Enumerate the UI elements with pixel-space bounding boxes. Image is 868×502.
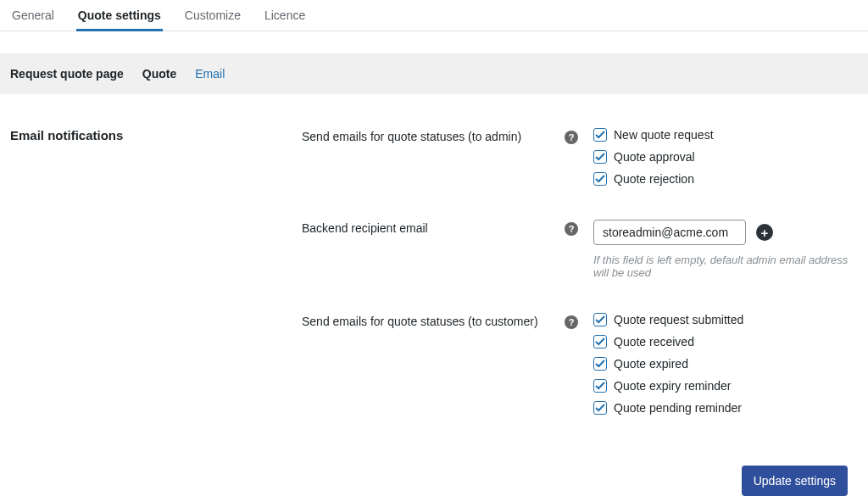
check-label: Quote rejection (614, 172, 694, 186)
top-tabs: General Quote settings Customize Licence (0, 0, 868, 31)
check-label: Quote expiry reminder (614, 379, 732, 393)
subtab-email[interactable]: Email (195, 67, 225, 81)
check-label: New quote request (614, 128, 714, 142)
check-label: Quote received (614, 335, 694, 349)
row-backend-email: Backend recipient email ? + If this fiel… (10, 220, 858, 279)
subtab-request-quote-page[interactable]: Request quote page (10, 67, 124, 81)
footer: Update settings (0, 466, 868, 502)
customer-checklist: Quote request submitted Quote received Q… (593, 313, 858, 415)
label-backend-email: Backend recipient email (302, 220, 565, 235)
row-admin-statuses: Email notifications Send emails for quot… (10, 128, 858, 186)
check-quote-received: Quote received (593, 335, 858, 349)
help-icon[interactable]: ? (565, 315, 578, 329)
checkbox-quote-expired[interactable] (593, 357, 607, 371)
check-label: Quote approval (614, 150, 695, 164)
section-title: Email notifications (10, 128, 302, 142)
help-icon[interactable]: ? (565, 131, 578, 144)
checkbox-quote-approval[interactable] (593, 150, 607, 164)
row-customer-statuses: Send emails for quote statuses (to custo… (10, 313, 858, 415)
checkbox-pending-reminder[interactable] (593, 401, 607, 415)
checkbox-expiry-reminder[interactable] (593, 379, 607, 393)
add-email-button[interactable]: + (756, 224, 773, 241)
check-icon (595, 130, 605, 140)
check-label: Quote expired (614, 357, 688, 371)
check-icon (595, 337, 605, 347)
update-settings-button[interactable]: Update settings (742, 466, 848, 496)
backend-email-controls: + (593, 220, 858, 245)
label-customer-statuses: Send emails for quote statuses (to custo… (302, 313, 565, 328)
tab-licence[interactable]: Licence (263, 8, 307, 31)
check-new-quote-request: New quote request (593, 128, 858, 142)
checkbox-quote-submitted[interactable] (593, 313, 607, 326)
check-quote-submitted: Quote request submitted (593, 313, 858, 326)
backend-email-input[interactable] (593, 220, 746, 245)
check-quote-expired: Quote expired (593, 357, 858, 371)
tab-customize[interactable]: Customize (183, 8, 242, 31)
check-quote-rejection: Quote rejection (593, 172, 858, 186)
checkbox-quote-received[interactable] (593, 335, 607, 349)
check-label: Quote pending reminder (614, 401, 742, 415)
check-icon (595, 174, 605, 184)
sub-tabs: Request quote page Quote Email (0, 53, 868, 94)
check-icon (595, 315, 605, 325)
check-expiry-reminder: Quote expiry reminder (593, 379, 858, 393)
backend-email-hint: If this field is left empty, default adm… (593, 254, 858, 279)
check-icon (595, 152, 605, 162)
tab-quote-settings[interactable]: Quote settings (76, 8, 163, 31)
subtab-quote[interactable]: Quote (142, 67, 176, 81)
checkbox-new-quote-request[interactable] (593, 128, 607, 142)
settings-content: Email notifications Send emails for quot… (0, 94, 868, 466)
tab-general[interactable]: General (10, 8, 56, 31)
check-quote-approval: Quote approval (593, 150, 858, 164)
check-icon (595, 359, 605, 369)
admin-checklist: New quote request Quote approval Quote r… (593, 128, 858, 186)
check-pending-reminder: Quote pending reminder (593, 401, 858, 415)
help-icon[interactable]: ? (565, 222, 578, 236)
checkbox-quote-rejection[interactable] (593, 172, 607, 186)
label-admin-statuses: Send emails for quote statuses (to admin… (302, 128, 565, 143)
plus-icon: + (761, 226, 769, 240)
check-label: Quote request submitted (614, 313, 743, 326)
check-icon (595, 403, 605, 413)
check-icon (595, 381, 605, 391)
